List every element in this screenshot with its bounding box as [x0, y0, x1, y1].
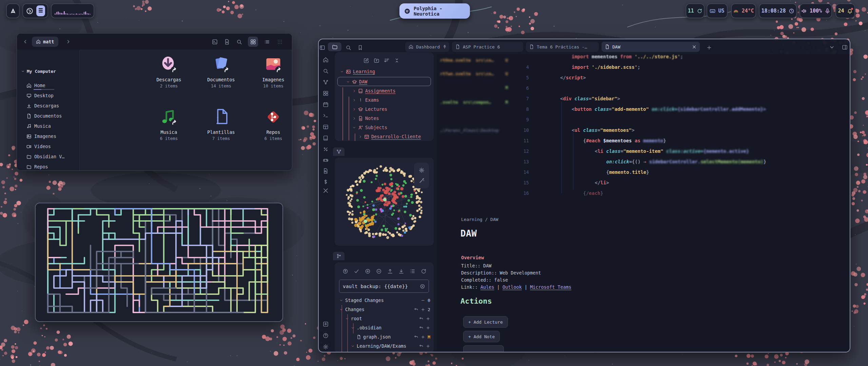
- git-commit-button[interactable]: [341, 267, 349, 275]
- launcher-button[interactable]: [6, 3, 20, 18]
- ribbon-dollar-button[interactable]: [321, 178, 330, 186]
- ribbon-table-button[interactable]: [321, 123, 330, 131]
- ribbon-swords-button[interactable]: [321, 187, 330, 195]
- undo-icon[interactable]: [419, 344, 423, 348]
- git-upload-button[interactable]: [386, 267, 394, 275]
- chevron-right-icon[interactable]: [352, 98, 356, 102]
- window-search-button[interactable]: [344, 43, 353, 52]
- git-row-staged-changes[interactable]: Staged Changes0: [339, 296, 430, 304]
- chevron-down-icon[interactable]: [352, 126, 356, 129]
- file-tree-item-desarrollo-cliente[interactable]: Desarrollo-Cliente: [358, 133, 421, 141]
- wand-icon[interactable]: [419, 178, 425, 184]
- button--add-lecture[interactable]: + Add Lecture: [463, 316, 508, 328]
- workspace-firefox-icon[interactable]: [26, 7, 34, 15]
- git-plus-circle-button[interactable]: [363, 267, 372, 275]
- toolbar-view-grid-button[interactable]: [248, 37, 258, 47]
- file-tree-item-daw[interactable]: DAW: [346, 78, 367, 86]
- tab-tema-6-pr-cticas-[interactable]: Tema 6 Prácticas -…: [526, 42, 599, 52]
- undo-icon[interactable]: [414, 307, 418, 312]
- chevron-down-icon[interactable]: [340, 70, 344, 74]
- file-item-documentos[interactable]: Documentos14 items: [196, 55, 246, 88]
- ribbon-help-button[interactable]: [321, 332, 330, 340]
- plus-icon[interactable]: [426, 317, 430, 321]
- file-item-plantillas[interactable]: Plantillas7 items: [196, 107, 246, 141]
- chevron-right-icon[interactable]: [352, 107, 356, 111]
- toolbar-search-button[interactable]: [234, 37, 244, 47]
- ribbon-vault-button[interactable]: [321, 320, 330, 328]
- sidebar-item-repos[interactable]: Repos: [26, 163, 48, 170]
- git-download-button[interactable]: [397, 267, 405, 275]
- file-tree-item-exams[interactable]: Exams: [352, 96, 379, 104]
- tree-edit-button[interactable]: [362, 57, 370, 64]
- sidebar-item-documentos[interactable]: Documentos: [26, 112, 62, 120]
- sidebar-item-descargas[interactable]: Descargas: [26, 102, 59, 109]
- file-tree-item-learning[interactable]: Learning: [340, 67, 375, 76]
- tab-daw[interactable]: DAW: [601, 42, 700, 52]
- file-item-descargas[interactable]: Descargas2 items: [143, 55, 194, 88]
- chevron-right-icon[interactable]: [352, 89, 356, 93]
- tree-folder-plus-button[interactable]: [372, 57, 380, 64]
- toolbar-view-compact-button[interactable]: [275, 37, 285, 47]
- tree-sort-button[interactable]: [382, 57, 391, 64]
- ribbon-graph-button[interactable]: [321, 78, 330, 86]
- git-refresh-button[interactable]: [419, 267, 428, 275]
- undo-icon[interactable]: [419, 317, 423, 321]
- toolbar-view-list-button[interactable]: [262, 37, 272, 47]
- sidebar-item-home[interactable]: Home: [26, 82, 45, 89]
- graph-panel-tab[interactable]: [333, 147, 344, 156]
- sidebar-item-obsidianv[interactable]: Obsidian V…: [26, 153, 64, 160]
- minus-icon[interactable]: [421, 298, 425, 303]
- toolbar-terminal-sq-button[interactable]: [210, 37, 220, 47]
- undo-icon[interactable]: [414, 335, 418, 339]
- file-item-musica[interactable]: Musica6 items: [143, 107, 194, 141]
- window-folder-button[interactable]: [328, 42, 341, 51]
- link-aules[interactable]: Aules: [480, 284, 494, 290]
- git-list-button[interactable]: [408, 267, 416, 275]
- chevron-down-icon[interactable]: [346, 80, 350, 84]
- close-icon[interactable]: [692, 45, 696, 49]
- ribbon-grid-button[interactable]: [321, 89, 330, 98]
- plus-icon[interactable]: [421, 335, 425, 339]
- commit-message-input[interactable]: vault backup: {{date}}: [339, 280, 429, 293]
- file-tree-item-notes[interactable]: Notes: [352, 114, 379, 122]
- chevron-down-icon[interactable]: [339, 299, 343, 302]
- status-module-updates[interactable]: 11: [686, 3, 705, 18]
- window-bookmark-button[interactable]: [356, 43, 364, 52]
- git-row-graph.json[interactable]: graph.jsonM: [357, 333, 430, 341]
- button--add-note[interactable]: + Add Note: [463, 331, 500, 342]
- link-microsoft-teams[interactable]: Microsoft Teams: [530, 284, 571, 290]
- plus-icon[interactable]: [421, 307, 425, 312]
- window-panel-left-button[interactable]: [318, 43, 327, 52]
- git-row-learning-daw-exams[interactable]: Learning/DAW/Exams: [351, 342, 430, 350]
- now-playing-pill[interactable]: Polyphia - Neurotica: [399, 3, 470, 19]
- link-outlook[interactable]: Outlook: [502, 284, 522, 290]
- undo-icon[interactable]: [419, 326, 423, 330]
- status-module-volume[interactable]: 100%: [800, 3, 832, 18]
- tab-dashboard[interactable]: Dashboard: [405, 42, 449, 52]
- ribbon-search-button[interactable]: [321, 67, 330, 75]
- chevron-right-icon[interactable]: [358, 135, 362, 139]
- plus-icon[interactable]: [426, 344, 430, 348]
- file-item-imagenes[interactable]: Imagenes10 items: [248, 55, 292, 88]
- tab-asp-practice-6[interactable]: ASP Practice 6: [452, 42, 523, 52]
- file-tree-item-assignments[interactable]: Assignments: [352, 87, 395, 95]
- ribbon-terminal-button[interactable]: [321, 112, 330, 120]
- status-module-clock[interactable]: 18:08:28: [759, 3, 797, 18]
- tree-collapse-button[interactable]: [393, 57, 401, 64]
- tabbar-columns-button[interactable]: [841, 43, 849, 51]
- git-minus-circle-button[interactable]: [375, 267, 383, 275]
- git-row-.obsidian[interactable]: .obsidian: [351, 324, 430, 332]
- ribbon-file-search-button[interactable]: [321, 167, 330, 175]
- ribbon-percent-button[interactable]: [321, 145, 330, 154]
- status-module-weather[interactable]: 24°C: [731, 3, 756, 18]
- git-panel-tab[interactable]: [333, 252, 344, 260]
- status-module-notifications[interactable]: 24: [835, 3, 855, 18]
- file-tree-item-lectures[interactable]: Lectures: [352, 105, 387, 113]
- ribbon-calendar-button[interactable]: [321, 101, 330, 109]
- sidebar-section-header[interactable]: My Computer: [21, 69, 56, 74]
- back-button[interactable]: [21, 37, 30, 46]
- forward-button[interactable]: [64, 37, 73, 46]
- status-module-keyboard-layout[interactable]: US: [707, 3, 728, 18]
- sidebar-item-desktop[interactable]: Desktop: [26, 92, 54, 99]
- sidebar-item-videos[interactable]: Videos: [26, 143, 51, 150]
